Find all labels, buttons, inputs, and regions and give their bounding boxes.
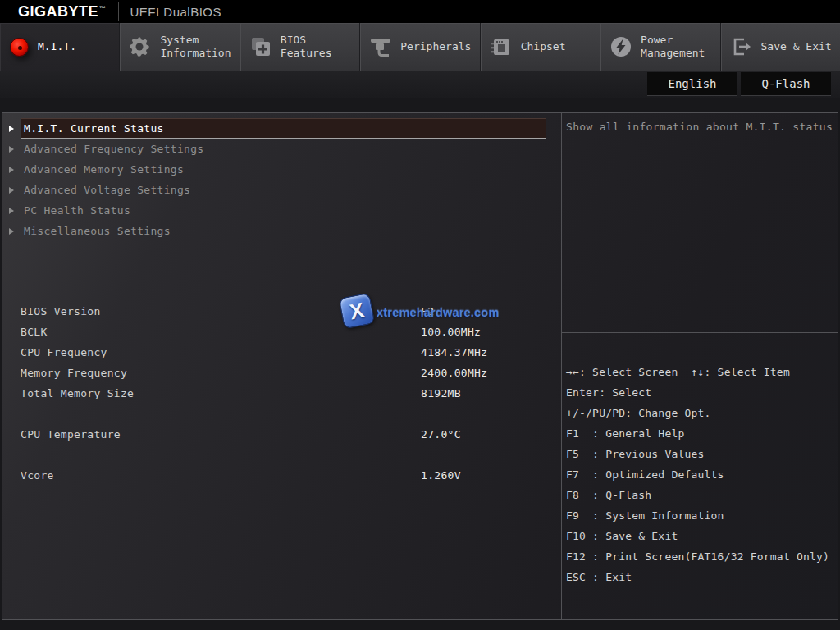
tab-label: Save & Exit [761,40,832,53]
tab-label: BIOSFeatures [281,34,332,60]
key-hint: F9 : System Information [566,505,838,526]
submenu-arrow-icon [2,200,21,221]
key-hint: Enter: Select [566,382,838,403]
key-hint: F1 : General Help [566,423,838,444]
status-info: BIOS Version F2 BCLK 100.00MHz CPU Frequ… [2,301,561,486]
key-hint: F8 : Q-Flash [566,485,838,505]
submenu-arrow-icon [2,221,21,241]
menu-item-mit-current-status[interactable]: M.I.T. Current Status [2,118,561,139]
toolbar: English Q-Flash [0,71,840,98]
trademark-symbol: ™ [99,5,107,12]
main-content: M.I.T. Current Status Advanced Frequency… [2,112,838,620]
menu-list: M.I.T. Current Status Advanced Frequency… [2,113,561,241]
firmware-title: UEFI DualBIOS [130,5,222,19]
tab-power-management[interactable]: PowerManagement [600,23,720,71]
red-circle-icon [10,38,29,57]
exit-door-icon [731,36,752,57]
key-hint: ESC : Exit [566,567,838,587]
chip-plus-icon [250,36,272,57]
tab-label: PowerManagement [641,34,705,60]
menu-item-advanced-voltage-settings[interactable]: Advanced Voltage Settings [2,180,561,200]
status-row-total-memory-size: Total Memory Size 8192MB [2,383,561,404]
menu-item-advanced-memory-settings[interactable]: Advanced Memory Settings [2,159,561,180]
help-panel: Show all information about M.I.T. status… [561,113,838,619]
menu-item-pc-health-status[interactable]: PC Health Status [2,200,561,221]
key-legend: →←: Select Screen ↑↓: Select Item Enter:… [562,333,838,587]
divider [118,2,119,21]
lightning-icon [610,36,632,57]
tab-system-information[interactable]: SystemInformation [120,23,240,71]
connector-icon [370,36,391,57]
status-row-bclk: BCLK 100.00MHz [2,322,561,342]
key-hint: F10 : Save & Exit [566,526,838,546]
tab-chipset[interactable]: Chipset [481,23,600,71]
chipset-icon [491,36,512,57]
qflash-button[interactable]: Q-Flash [741,72,831,96]
tab-mit[interactable]: M.I.T. [0,23,120,71]
menu-item-miscellaneous-settings[interactable]: Miscellaneous Settings [2,221,561,241]
submenu-arrow-icon [2,118,21,139]
menu-item-advanced-frequency-settings[interactable]: Advanced Frequency Settings [2,139,561,159]
key-hint: +/-/PU/PD: Change Opt. [566,403,838,423]
tab-bar: M.I.T. SystemInformation BIOSFeatures Pe… [0,23,840,71]
tab-label: SystemInformation [160,34,231,60]
tab-save-exit[interactable]: Save & Exit [721,23,840,71]
status-row-vcore: Vcore 1.260V [2,465,561,486]
settings-panel: M.I.T. Current Status Advanced Frequency… [2,113,561,619]
gear-icon [130,36,151,57]
title-bar: GIGABYTE™ UEFI DualBIOS [0,0,840,23]
english-button[interactable]: English [647,72,737,96]
key-hint: F7 : Optimized Defaults [566,464,838,485]
key-hint: →←: Select Screen ↑↓: Select Item [566,362,838,382]
submenu-arrow-icon [2,139,21,159]
submenu-arrow-icon [2,159,21,180]
key-hint: F5 : Previous Values [566,444,838,464]
status-row-bios-version: BIOS Version F2 [2,301,561,322]
bios-screen: GIGABYTE™ UEFI DualBIOS M.I.T. SystemInf… [0,0,840,630]
status-row-memory-frequency: Memory Frequency 2400.00MHz [2,363,561,383]
tab-bios-features[interactable]: BIOSFeatures [240,23,360,71]
tab-label: Peripherals [400,40,471,53]
tab-label: Chipset [521,40,566,53]
key-hint: F12 : Print Screen(FAT16/32 Format Only) [566,546,838,567]
gigabyte-logo: GIGABYTE™ [18,3,107,21]
submenu-arrow-icon [2,180,21,200]
status-row-cpu-temperature: CPU Temperature 27.0°C [2,424,561,445]
tab-label: M.I.T. [38,40,76,53]
status-row-cpu-frequency: CPU Frequency 4184.37MHz [2,342,561,363]
tab-peripherals[interactable]: Peripherals [360,23,480,71]
item-help-description: Show all information about M.I.T. status [562,113,838,333]
